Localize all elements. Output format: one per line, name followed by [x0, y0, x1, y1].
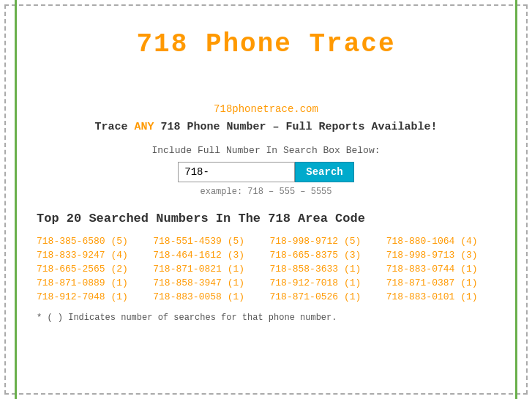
- number-link[interactable]: 718-464-1612 (3): [153, 250, 262, 261]
- search-example: example: 718 – 555 – 5555: [37, 187, 495, 197]
- tagline-highlight: ANY: [134, 121, 154, 133]
- tagline: Trace ANY 718 Phone Number – Full Report…: [37, 121, 495, 133]
- section-title: Top 20 Searched Numbers In The 718 Area …: [37, 212, 495, 225]
- number-link[interactable]: 718-912-7018 (1): [270, 277, 379, 288]
- numbers-grid: 718-385-6580 (5)718-551-4539 (5)718-998-…: [37, 236, 495, 302]
- number-link[interactable]: 718-858-3947 (1): [153, 277, 262, 288]
- number-link[interactable]: 718-883-0744 (1): [386, 264, 495, 275]
- number-link[interactable]: 718-665-8375 (3): [270, 250, 379, 261]
- number-link[interactable]: 718-833-9247 (4): [37, 250, 146, 261]
- page-title: 718 Phone Trace: [37, 29, 495, 59]
- search-button[interactable]: Search: [295, 162, 353, 182]
- number-link[interactable]: 718-912-7048 (1): [37, 291, 146, 302]
- site-url: 718phonetrace.com: [37, 103, 495, 115]
- number-link[interactable]: 718-998-9712 (5): [270, 236, 379, 247]
- number-link[interactable]: 718-883-0101 (1): [386, 291, 495, 302]
- number-link[interactable]: 718-385-6580 (5): [37, 236, 146, 247]
- number-link[interactable]: 718-871-0526 (1): [270, 291, 379, 302]
- number-link[interactable]: 718-871-0387 (1): [386, 277, 495, 288]
- number-link[interactable]: 718-665-2565 (2): [37, 264, 146, 275]
- number-link[interactable]: 718-880-1064 (4): [386, 236, 495, 247]
- number-link[interactable]: 718-883-0058 (1): [153, 291, 262, 302]
- number-link[interactable]: 718-551-4539 (5): [153, 236, 262, 247]
- tagline-start: Trace: [94, 121, 134, 133]
- number-link[interactable]: 718-858-3633 (1): [270, 264, 379, 275]
- main-content: 718 Phone Trace 718phonetrace.com Trace …: [0, 0, 532, 345]
- footnote: * ( ) Indicates number of searches for t…: [37, 313, 495, 323]
- number-link[interactable]: 718-871-0889 (1): [37, 277, 146, 288]
- number-link[interactable]: 718-998-9713 (3): [386, 250, 495, 261]
- number-link[interactable]: 718-871-0821 (1): [153, 264, 262, 275]
- search-label: Include Full Number In Search Box Below:: [37, 145, 495, 156]
- tagline-end: 718 Phone Number – Full Reports Availabl…: [154, 121, 437, 133]
- search-input[interactable]: [178, 162, 295, 182]
- search-row: Search: [37, 162, 495, 182]
